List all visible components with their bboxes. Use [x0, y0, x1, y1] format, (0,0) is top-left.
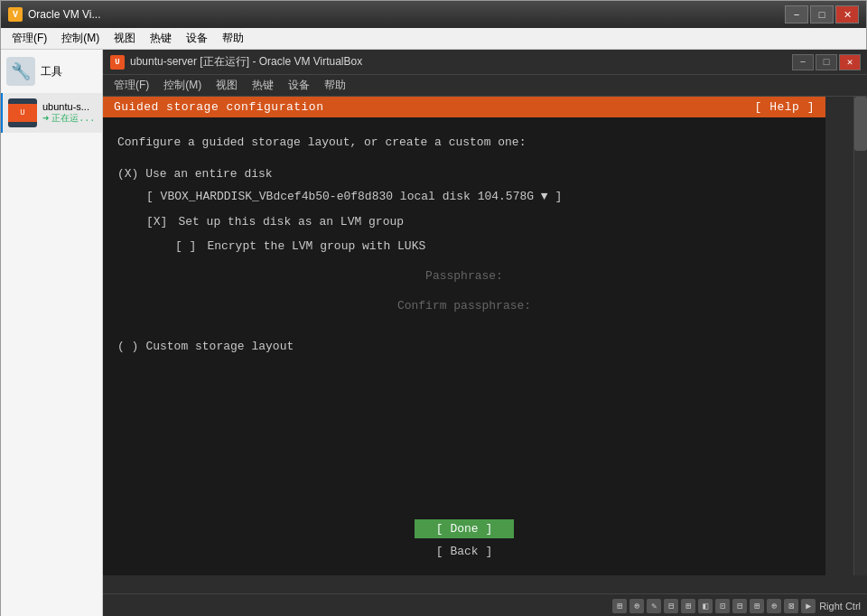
ubuntu-menu-help[interactable]: 帮助 [317, 76, 353, 95]
vbox-menubar: 管理(F) 控制(M) 视图 热键 设备 帮助 [1, 28, 866, 50]
vm-icon: U [8, 98, 37, 127]
ubuntu-win-controls: − □ ✕ [792, 54, 861, 70]
vbox-menu-control[interactable]: 控制(M) [54, 29, 107, 48]
status-icon-3: ✎ [647, 599, 661, 613]
status-icon-9: ⊞ [750, 599, 764, 613]
ubuntu-title-text: ubuntu-server [正在运行] - Oracle VM Virtual… [130, 54, 787, 70]
lvm-checkbox[interactable]: [X] [146, 213, 167, 232]
custom-layout-radio[interactable]: ( ) [117, 338, 138, 357]
ubuntu-app-icon: U [110, 55, 125, 70]
back-button[interactable]: [ Back ] [415, 542, 514, 561]
vbox-menu-manage[interactable]: 管理(F) [5, 29, 54, 48]
status-icon-4: ⊟ [664, 599, 678, 613]
ubuntu-maximize-button[interactable]: □ [816, 54, 837, 70]
status-icon-5: ⊞ [681, 599, 695, 613]
terminal-help-label[interactable]: [ Help ] [755, 100, 815, 114]
vbox-window-controls: − □ ✕ [785, 5, 859, 23]
sidebar-vm-item[interactable]: U ubuntu-s... ➜ 正在运... [1, 93, 102, 133]
encrypt-checkbox[interactable]: [ ] [175, 238, 196, 257]
encrypt-option-label: Encrypt the LVM group with LUKS [207, 238, 425, 257]
terminal-screen[interactable]: Guided storage configuration [ Help ] Co… [103, 97, 825, 575]
vbox-app-icon: V [8, 7, 23, 22]
status-icon-1: ⊞ [612, 599, 627, 613]
lvm-option-line[interactable]: [X] Set up this disk as an LVM group [103, 211, 825, 234]
confirm-passphrase-label: Confirm passphrase: [117, 297, 811, 316]
status-icon-7: ⊡ [715, 599, 730, 613]
status-icon-10: ⊕ [767, 599, 781, 613]
custom-layout-label: Custom storage layout [145, 338, 294, 357]
right-ctrl-label: Right Ctrl [819, 601, 861, 611]
scrollbar-track [854, 97, 867, 575]
scrollbar-thumb[interactable] [854, 97, 867, 151]
status-icon-12: ▶ [801, 599, 816, 613]
terminal-content: Configure a guided storage layout, or cr… [103, 117, 825, 372]
vbox-menu-view[interactable]: 视图 [107, 29, 143, 48]
status-icon-2: ⊕ [629, 599, 644, 613]
vbox-menu-help[interactable]: 帮助 [215, 29, 251, 48]
use-entire-disk-option[interactable]: (X) Use an entire disk [103, 163, 825, 186]
use-entire-disk-label: (X) Use an entire disk [117, 165, 273, 184]
terminal-header: Guided storage configuration [ Help ] [103, 97, 825, 117]
vbox-maximize-button[interactable]: □ [810, 5, 834, 23]
vbox-titlebar: V Oracle VM Vi... − □ ✕ [1, 1, 866, 28]
vm-name-label: ubuntu-s... [42, 101, 95, 112]
description-line: Configure a guided storage layout, or cr… [103, 132, 825, 154]
vbox-menu-devices[interactable]: 设备 [179, 29, 215, 48]
status-icon-11: ⊠ [784, 599, 798, 613]
ubuntu-minimize-button[interactable]: − [792, 54, 814, 70]
ubuntu-menubar: 管理(F) 控制(M) 视图 热键 设备 帮助 [103, 75, 867, 97]
vm-window: U ubuntu-server [正在运行] - Oracle VM Virtu… [103, 50, 867, 616]
vbox-minimize-button[interactable]: − [785, 5, 808, 23]
status-icon-6: ◧ [698, 599, 713, 613]
vm-statusbar: ⊞ ⊕ ✎ ⊟ ⊞ ◧ ⊡ ⊟ ⊞ ⊕ ⊠ ▶ Right Ctrl [103, 593, 867, 616]
custom-layout-option[interactable]: ( ) Custom storage layout [103, 336, 825, 359]
description-text: Configure a guided storage layout, or cr… [117, 134, 526, 153]
vbox-menu-hotkey[interactable]: 热键 [143, 29, 179, 48]
tools-label: 工具 [41, 64, 62, 79]
ubuntu-menu-control[interactable]: 控制(M) [156, 76, 209, 95]
tools-icon: 🔧 [6, 57, 35, 86]
disk-selector-value[interactable]: [ VBOX_HARDDISK_VBdcef4b50-e0f8d830 loca… [146, 188, 562, 207]
done-button[interactable]: [ Done ] [415, 519, 514, 538]
vbox-close-button[interactable]: ✕ [835, 5, 859, 23]
vbox-sidebar: 🔧 工具 U ubuntu-s... ➜ 正在运... [1, 50, 103, 616]
passphrase-label: Passphrase: [117, 267, 811, 286]
vbox-outer-window: V Oracle VM Vi... − □ ✕ 管理(F) 控制(M) 视图 热… [0, 0, 867, 616]
terminal-scrollbar[interactable] [853, 97, 867, 575]
terminal-header-title: Guided storage configuration [114, 100, 323, 114]
sidebar-tools-item[interactable]: 🔧 工具 [1, 50, 102, 93]
disk-selector-line[interactable]: [ VBOX_HARDDISK_VBdcef4b50-e0f8d830 loca… [103, 186, 825, 209]
passphrase-line: Passphrase: [103, 266, 825, 288]
status-icon-8: ⊟ [732, 599, 747, 613]
ubuntu-menu-view[interactable]: 视图 [209, 76, 245, 95]
ubuntu-menu-manage[interactable]: 管理(F) [107, 76, 156, 95]
ubuntu-close-button[interactable]: ✕ [839, 54, 861, 70]
vbox-title-text: Oracle VM Vi... [28, 8, 779, 21]
vm-status-label: ➜ 正在运... [42, 112, 95, 126]
encrypt-option-line[interactable]: [ ] Encrypt the LVM group with LUKS [103, 236, 825, 258]
confirm-passphrase-line: Confirm passphrase: [103, 295, 825, 318]
terminal-footer: [ Done ] [ Back ] [103, 505, 825, 575]
status-arrow-icon: ➜ [42, 112, 49, 126]
ubuntu-menu-hotkey[interactable]: 热键 [245, 76, 281, 95]
ubuntu-menu-devices[interactable]: 设备 [281, 76, 317, 95]
lvm-option-label: Set up this disk as an LVM group [178, 213, 404, 232]
ubuntu-titlebar: U ubuntu-server [正在运行] - Oracle VM Virtu… [103, 50, 867, 75]
